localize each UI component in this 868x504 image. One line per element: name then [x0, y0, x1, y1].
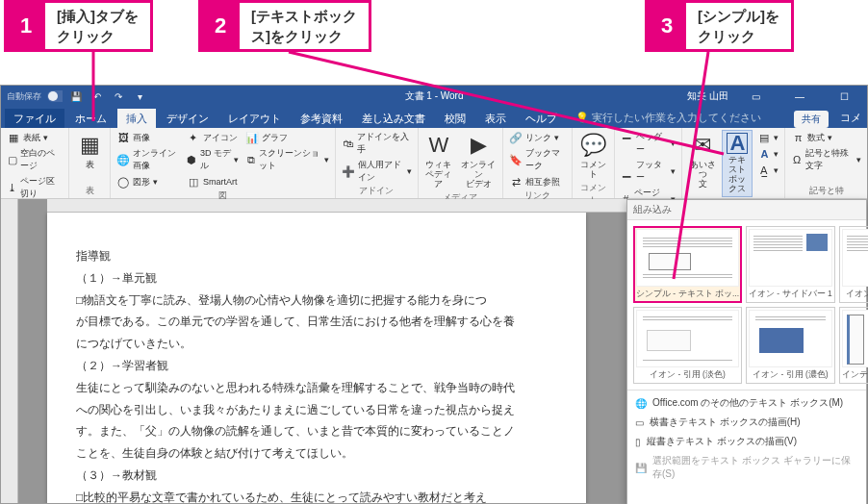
- cover-page-button[interactable]: ▦表紙 ▾: [5, 130, 64, 145]
- smartart-button[interactable]: ◫SmartArt: [185, 174, 241, 189]
- doc-p5: への関心を引出し、いま我々があたりまえに過ごしている日常を違った視点から捉え: [76, 399, 544, 421]
- gallery-item-integral-sidebar[interactable]: インテグラル - サイ: [839, 307, 868, 384]
- minimize-icon[interactable]: —: [782, 86, 817, 107]
- equation-button[interactable]: π数式 ▾: [789, 130, 863, 145]
- gallery-item-ion-sidebar2[interactable]: イオン - サイドバ: [839, 226, 868, 303]
- wordart-button[interactable]: A▾: [755, 146, 780, 162]
- document-title: 文書 1 - Word: [405, 89, 464, 103]
- store-icon: 🛍: [342, 137, 354, 150]
- online-pictures-label: オンライン画像: [133, 147, 180, 172]
- redo-icon[interactable]: ↷: [111, 88, 126, 104]
- blank-page-button[interactable]: ▢空白のページ: [5, 146, 64, 173]
- header-button[interactable]: ▔ヘッダー ▾: [619, 130, 678, 157]
- maximize-icon[interactable]: ☐: [827, 86, 861, 107]
- 3dmodels-icon: ⬢: [187, 153, 197, 166]
- instruction-callouts: 1 [挿入]タブを クリック 2 [テキストボック ス]をクリック 3 [シンプ…: [0, 0, 868, 77]
- tab-review[interactable]: 校閲: [436, 109, 474, 128]
- gallery-more-office[interactable]: 🌐Office.com のその他のテキスト ボックス(M): [627, 393, 866, 413]
- callout-3-num: 3: [648, 3, 686, 49]
- shapes-icon: ◯: [116, 175, 130, 189]
- gallery-item-simple[interactable]: シンプル - テキスト ボッ...: [633, 226, 742, 303]
- gallery-save-selection[interactable]: 💾選択範囲をテキスト ボックス ギャラリーに保存(S): [627, 451, 866, 484]
- gallery-thumb-ion-light: [636, 310, 739, 367]
- 3dmodels-button[interactable]: ⬢3D モデル ▾: [185, 146, 241, 173]
- gallery-item-ion-quote-light[interactable]: イオン - 引用 (淡色): [633, 307, 742, 384]
- addins-icon: ➕: [342, 164, 355, 178]
- wikipedia-button[interactable]: W ウィキ ペディア: [422, 130, 456, 191]
- footer-button[interactable]: ▁フッター ▾: [619, 158, 678, 185]
- gallery-item-ion1-label: イオン - サイドバー 1: [749, 289, 832, 300]
- ribbon-group-headerfooter: ▔ヘッダー ▾ ▁フッター ▾ #ページ番号 ▾ ヘッダーとフ: [615, 128, 683, 198]
- tell-me-search[interactable]: 💡 実行したい作業を入力してください: [568, 108, 769, 128]
- tab-home[interactable]: ホーム: [66, 109, 115, 128]
- gallery-draw-horizontal[interactable]: ▭横書きテキスト ボックスの描画(H): [627, 413, 866, 432]
- tab-references[interactable]: 参考資料: [292, 109, 351, 128]
- comments-toggle[interactable]: コメ: [834, 108, 867, 128]
- document-area: 指導観 （１）→単元観 □物語文を丁寧に読み、登場人物の心情や人物像を適切に把握…: [1, 199, 867, 503]
- bookmark-icon: 🔖: [509, 153, 523, 166]
- tab-mailings[interactable]: 差し込み文書: [353, 109, 434, 128]
- ruler-vertical[interactable]: [1, 199, 18, 503]
- doc-title: 指導観: [76, 245, 544, 267]
- online-video-button[interactable]: ▶ オンライン ビデオ: [458, 130, 498, 191]
- lightbulb-icon: 💡: [575, 112, 589, 123]
- icons-button[interactable]: ✦アイコン: [185, 130, 241, 145]
- tab-view[interactable]: 表示: [476, 109, 515, 128]
- undo-icon[interactable]: ↶: [89, 88, 105, 104]
- pictures-button[interactable]: 🖼画像: [115, 130, 182, 145]
- shapes-button[interactable]: ◯図形 ▾: [115, 174, 182, 189]
- greeting-icon: ✉: [689, 132, 716, 159]
- tab-insert[interactable]: 挿入: [117, 109, 156, 128]
- share-button[interactable]: 共有: [794, 111, 829, 128]
- doc-h1: （１）→単元観: [76, 267, 544, 290]
- tab-layout[interactable]: レイアウト: [219, 109, 290, 128]
- bookmark-button[interactable]: 🔖ブックマーク: [507, 146, 567, 173]
- online-pictures-button[interactable]: 🌐オンライン画像: [115, 146, 182, 173]
- pictures-label: 画像: [133, 132, 150, 144]
- screenshot-button[interactable]: ⧉スクリーンショット ▾: [243, 146, 331, 173]
- tab-help[interactable]: ヘルプ: [517, 109, 566, 128]
- share-label: 共有: [802, 113, 821, 124]
- icons-label: アイコン: [203, 132, 238, 144]
- dropcap-button[interactable]: A̲▾: [755, 163, 780, 178]
- save-icon[interactable]: 💾: [68, 88, 84, 104]
- callout-2-num: 2: [201, 3, 240, 49]
- header-icon: ▔: [621, 137, 633, 150]
- document-page[interactable]: 指導観 （１）→単元観 □物語文を丁寧に読み、登場人物の心情や人物像を適切に把握…: [47, 213, 586, 503]
- quick-parts-icon: ▤: [757, 131, 771, 144]
- get-addins-button[interactable]: 🛍アドインを入手: [340, 130, 414, 157]
- gallery-drawh-label: 横書きテキスト ボックスの描画(H): [650, 416, 801, 429]
- tab-file[interactable]: ファイル: [5, 109, 64, 128]
- gallery-draw-vertical[interactable]: ▯縦書きテキスト ボックスの描画(V): [627, 432, 866, 451]
- page-break-button[interactable]: ⤓ページ区切り: [5, 174, 64, 201]
- gallery-item-ion-quote-dark[interactable]: イオン - 引用 (濃色): [746, 307, 835, 384]
- comment-button[interactable]: 💬 コメント: [576, 130, 610, 182]
- chart-label: グラフ: [262, 132, 288, 144]
- autosave-toggle[interactable]: [47, 88, 63, 104]
- qat-customize-icon[interactable]: ▾: [132, 88, 147, 104]
- tab-design[interactable]: デザイン: [158, 109, 217, 128]
- crossref-button[interactable]: ⇄相互参照: [507, 174, 567, 189]
- gallery-thumb-ion-dark: [749, 310, 832, 367]
- symbol-button[interactable]: Ω記号と特殊文字 ▾: [789, 146, 863, 173]
- table-icon: ▦: [76, 132, 103, 159]
- smartart-icon: ◫: [187, 175, 200, 189]
- ribbon-group-symbols: π数式 ▾ Ω記号と特殊文字 ▾ 記号と特: [785, 128, 867, 198]
- page-break-icon: ⤓: [7, 181, 17, 194]
- chart-icon: 📊: [245, 131, 259, 144]
- ribbon-display-icon[interactable]: ▭: [738, 86, 773, 107]
- footer-label: フッター: [636, 159, 669, 184]
- gallery-item-ion-sidebar1[interactable]: イオン - サイドバー 1: [746, 226, 835, 303]
- get-addins-label: アドインを入手: [357, 131, 412, 156]
- greeting-button[interactable]: ✉ あいさつ 文: [686, 130, 719, 191]
- callout-2: 2 [テキストボック ス]をクリック: [198, 0, 371, 52]
- table-button[interactable]: ▦ 表: [73, 130, 106, 172]
- callout-1-num: 1: [7, 3, 45, 49]
- my-addins-button[interactable]: ➕個人用アドイン ▾: [340, 158, 414, 185]
- link-button[interactable]: 🔗リンク ▾: [507, 130, 567, 145]
- quick-parts-button[interactable]: ▤▾: [755, 130, 780, 145]
- doc-p3: につなげていきたい。: [76, 333, 544, 355]
- chart-button[interactable]: 📊グラフ: [243, 130, 331, 145]
- user-name[interactable]: 知美 山田: [687, 89, 728, 103]
- text-box-button[interactable]: A テキスト ボックス: [722, 130, 753, 197]
